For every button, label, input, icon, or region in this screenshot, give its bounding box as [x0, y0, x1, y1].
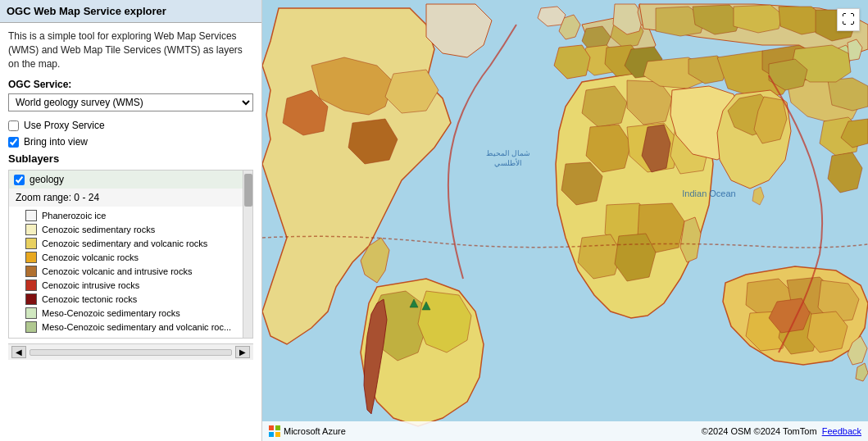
legend-label: Cenozoic intrusive rocks	[42, 280, 139, 290]
legend-item: Cenozoic tectonic rocks	[25, 293, 246, 305]
map-zoom-button[interactable]: ⛶	[837, 8, 860, 31]
sidebar-header: OGC Web Map Service explorer	[0, 0, 261, 23]
legend-label: Meso-Cenozoic sedimentary rocks	[42, 308, 180, 318]
use-proxy-row: Use Proxy Service	[8, 120, 253, 131]
legend-item: Meso-Cenozoic sedimentary and volcanic r…	[25, 321, 246, 333]
svg-text:Indian Ocean: Indian Ocean	[682, 189, 735, 198]
scroll-left-button[interactable]: ◀	[11, 346, 26, 358]
legend-label: Phanerozoic ice	[42, 211, 106, 220]
vertical-scrollbar[interactable]	[243, 170, 252, 338]
svg-text:الأطلسي: الأطلسي	[494, 158, 522, 167]
horizontal-scroll-area: ◀ ▶	[8, 343, 253, 360]
bring-into-view-row: Bring into view	[8, 136, 253, 148]
scroll-track[interactable]	[30, 349, 232, 356]
legend-swatch	[25, 238, 37, 249]
sidebar: OGC Web Map Service explorer This is a s…	[0, 0, 262, 441]
legend-label: Cenozoic volcanic rocks	[42, 252, 139, 262]
sublayer-checkbox[interactable]	[14, 175, 25, 185]
bring-into-view-checkbox[interactable]	[8, 137, 19, 148]
legend-item: Cenozoic sedimentary rocks	[25, 224, 246, 235]
scrollbar-thumb	[244, 174, 252, 207]
map-area: Indian Ocean شمال المحيط الأطلسي ⛶ Micro…	[262, 0, 868, 441]
bring-into-view-label[interactable]: Bring into view	[24, 136, 88, 148]
svg-text:شمال المحيط: شمال المحيط	[486, 149, 531, 157]
legend-item: Meso-Cenozoic sedimentary rocks	[25, 307, 246, 319]
zoom-range: Zoom range: 0 - 24	[9, 189, 252, 207]
legend-swatch	[25, 280, 37, 291]
legend-item: Cenozoic volcanic rocks	[25, 252, 246, 263]
ogc-service-dropdown[interactable]: World geology survey (WMS)	[8, 93, 253, 111]
legend-swatch	[25, 266, 37, 277]
microsoft-azure-label: Microsoft Azure	[284, 426, 346, 436]
description-text: This is a simple tool for exploring Web …	[8, 30, 253, 70]
map-svg: Indian Ocean شمال المحيط الأطلسي	[262, 0, 868, 441]
sidebar-content: This is a simple tool for exploring Web …	[0, 23, 261, 441]
sidebar-title: OGC Web Map Service explorer	[7, 5, 166, 17]
legend-label: Meso-Cenozoic sedimentary and volcanic r…	[42, 322, 231, 332]
sublayer-row: geology	[9, 170, 252, 189]
legend-item: Cenozoic intrusive rocks	[25, 280, 246, 291]
copyright-text: ©2024 OSM ©2024 TomTom Feedback	[702, 426, 861, 436]
sublayers-header: Sublayers	[8, 152, 253, 165]
ms-logo-green	[275, 425, 280, 430]
use-proxy-checkbox[interactable]	[8, 120, 19, 131]
legend-section: Phanerozoic iceCenozoic sedimentary rock…	[9, 207, 252, 338]
sublayer-name[interactable]: geology	[30, 174, 64, 185]
feedback-link[interactable]: Feedback	[822, 426, 861, 436]
legend-swatch	[25, 307, 37, 319]
ogc-service-label: OGC Service:	[8, 79, 253, 90]
legend-item: Cenozoic volcanic and intrusive rocks	[25, 266, 246, 277]
legend-label: Cenozoic sedimentary and volcanic rocks	[42, 239, 207, 248]
legend-item: Cenozoic sedimentary and volcanic rocks	[25, 238, 246, 249]
legend-swatch	[25, 224, 37, 235]
ms-logo-yellow	[275, 432, 280, 437]
map-footer: Microsoft Azure ©2024 OSM ©2024 TomTom F…	[262, 421, 868, 441]
use-proxy-label[interactable]: Use Proxy Service	[24, 120, 105, 131]
legend-label: Cenozoic sedimentary rocks	[42, 225, 155, 234]
scroll-right-button[interactable]: ▶	[235, 346, 250, 358]
sublayers-box: geology Zoom range: 0 - 24 Phanerozoic i…	[8, 170, 253, 339]
microsoft-azure-branding: Microsoft Azure	[269, 425, 346, 437]
legend-label: Cenozoic tectonic rocks	[42, 294, 137, 304]
ms-logo-red	[269, 425, 274, 430]
zoom-icon: ⛶	[842, 12, 855, 27]
legend-swatch	[25, 210, 37, 221]
legend-swatch	[25, 321, 37, 333]
legend-swatch	[25, 252, 37, 263]
microsoft-logo	[269, 425, 280, 437]
legend-swatch	[25, 293, 37, 305]
legend-label: Cenozoic volcanic and intrusive rocks	[42, 266, 192, 276]
legend-item: Phanerozoic ice	[25, 210, 246, 221]
ms-logo-blue	[269, 432, 274, 437]
